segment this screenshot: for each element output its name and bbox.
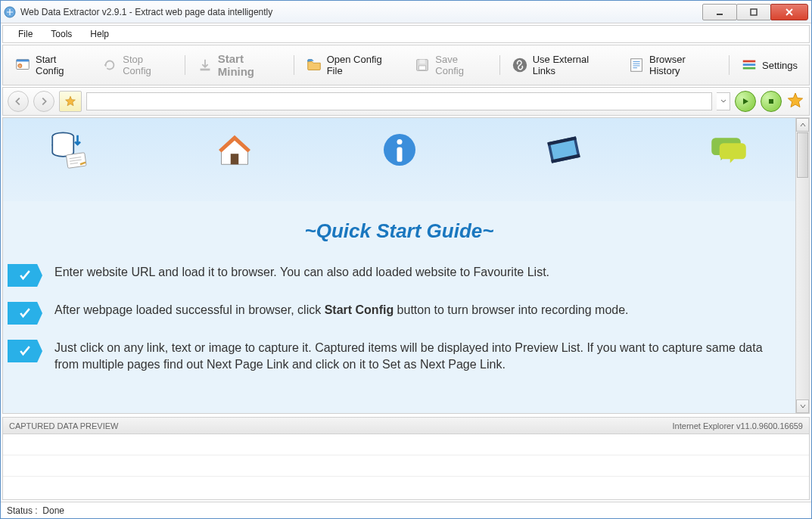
scroll-down-button[interactable]	[796, 399, 809, 413]
config-icon	[14, 57, 31, 73]
add-favourite-button[interactable]	[786, 92, 804, 112]
preview-row	[3, 434, 809, 455]
browser-history-label: Browser History	[649, 54, 717, 76]
start-config-label: Start Config	[36, 54, 86, 76]
stop-config-button[interactable]: Stop Config	[95, 50, 180, 80]
preview-header-label: CAPTURED DATA PREVIEW	[9, 421, 118, 430]
database-extract-icon	[48, 129, 91, 171]
download-icon	[197, 57, 213, 73]
guide-step-2: After webpage loaded successful in brows…	[3, 294, 795, 332]
svg-rect-1	[717, 14, 723, 15]
maximize-button[interactable]	[736, 4, 771, 20]
separator	[185, 55, 185, 75]
separator	[499, 55, 500, 75]
guide-step-1: Enter website URL and load it to browser…	[3, 256, 795, 294]
scroll-track[interactable]	[796, 179, 809, 399]
toolbar: Start Config Stop Config Start Mining Op…	[2, 45, 810, 85]
preview-row	[3, 455, 809, 477]
svg-rect-2	[751, 9, 757, 15]
home-icon	[213, 129, 256, 171]
scroll-thumb[interactable]	[797, 132, 808, 178]
statusbar: Status : Done	[1, 502, 811, 518]
svg-rect-8	[420, 60, 425, 64]
start-mining-label: Start Mining	[218, 52, 282, 78]
svg-rect-14	[743, 67, 756, 70]
scroll-up-button[interactable]	[796, 118, 809, 132]
app-window: Web Data Extractor v2.9.1 - Extract web …	[0, 0, 812, 519]
check-icon	[8, 340, 42, 362]
preview-panel: CAPTURED DATA PREVIEW Internet Explorer …	[2, 417, 810, 500]
guide-step-3: Just click on any link, text or image to…	[3, 332, 795, 380]
svg-rect-12	[743, 61, 756, 63]
menubar: File Tools Help	[2, 25, 810, 43]
titlebar: Web Data Extractor v2.9.1 - Extract web …	[1, 1, 811, 23]
minimize-button[interactable]	[702, 4, 737, 20]
open-config-label: Open Config File	[327, 54, 400, 76]
navbar	[2, 87, 810, 116]
window-title: Web Data Extractor v2.9.1 - Extract web …	[20, 7, 703, 17]
hero-banner	[3, 118, 795, 201]
history-icon	[628, 57, 645, 73]
app-icon	[4, 6, 16, 18]
preview-list	[3, 434, 809, 477]
external-links-label: Use External Links	[533, 54, 613, 76]
go-button[interactable]	[735, 91, 756, 112]
chat-icon	[708, 129, 750, 171]
open-config-button[interactable]: Open Config File	[299, 50, 406, 80]
favourites-button[interactable]	[59, 91, 82, 112]
media-icon	[543, 129, 585, 171]
settings-icon	[741, 57, 758, 73]
window-controls	[703, 4, 808, 20]
browser-history-button[interactable]: Browser History	[621, 50, 724, 80]
vertical-scrollbar[interactable]	[795, 118, 809, 413]
close-button[interactable]	[770, 4, 808, 20]
svg-rect-22	[397, 148, 402, 162]
page-content: ~Quick Start Guide~ Enter website URL an…	[3, 118, 795, 413]
undo-icon	[101, 57, 118, 73]
folder-open-icon	[306, 57, 322, 73]
star-icon	[64, 95, 76, 107]
svg-rect-6	[200, 69, 210, 71]
url-input[interactable]	[86, 92, 712, 110]
check-icon	[8, 264, 42, 287]
step-1-text: Enter website URL and load it to browser…	[54, 264, 565, 281]
svg-rect-9	[419, 66, 426, 70]
step-2-text: After webpage loaded successful in brows…	[54, 302, 644, 319]
start-mining-button[interactable]: Start Mining	[190, 48, 289, 82]
separator	[294, 55, 294, 75]
preview-header: CAPTURED DATA PREVIEW Internet Explorer …	[3, 418, 809, 434]
browser-pane: ~Quick Start Guide~ Enter website URL an…	[2, 117, 810, 414]
forward-button[interactable]	[33, 91, 54, 112]
status-label: Status :	[7, 505, 38, 516]
separator	[729, 55, 730, 75]
save-config-button[interactable]: Save Config	[407, 50, 494, 80]
menu-tools[interactable]: Tools	[43, 26, 79, 42]
url-dropdown-button[interactable]	[717, 92, 730, 110]
back-button[interactable]	[8, 91, 29, 112]
step-3-text: Just click on any link, text or image to…	[54, 340, 788, 372]
guide-title: ~Quick Start Guide~	[3, 201, 795, 256]
svg-rect-13	[743, 64, 756, 66]
status-value: Done	[42, 505, 64, 516]
svg-rect-15	[769, 99, 773, 104]
save-config-label: Save Config	[435, 54, 487, 76]
link-icon	[512, 57, 528, 73]
settings-label: Settings	[762, 60, 798, 71]
svg-point-21	[397, 139, 402, 145]
start-config-button[interactable]: Start Config	[8, 50, 93, 80]
menu-file[interactable]: File	[11, 26, 40, 42]
info-icon	[378, 129, 421, 171]
browser-info: Internet Explorer v11.0.9600.16659	[673, 421, 803, 430]
stop-config-label: Stop Config	[123, 54, 173, 76]
menu-help[interactable]: Help	[82, 26, 117, 42]
stop-button[interactable]	[761, 91, 782, 112]
save-icon	[414, 57, 431, 73]
svg-rect-18	[231, 154, 239, 164]
external-links-button[interactable]: Use External Links	[505, 50, 620, 80]
check-icon	[8, 302, 42, 325]
svg-rect-11	[631, 59, 642, 72]
settings-button[interactable]: Settings	[734, 53, 804, 77]
svg-rect-4	[17, 60, 30, 62]
